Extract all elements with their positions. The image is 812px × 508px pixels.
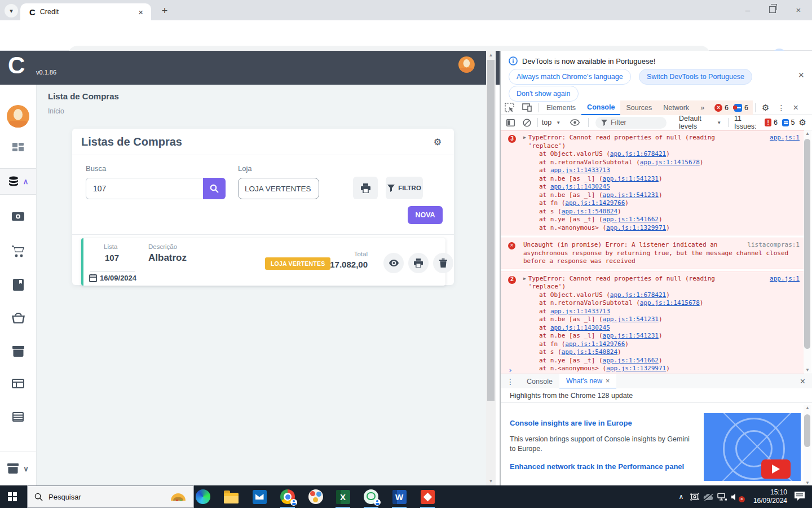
scroll-down-icon[interactable]: ▼ — [804, 367, 811, 373]
taskbar-clock[interactable]: 15:10 16/09/2024 — [745, 485, 787, 508]
taskbar-app-excel[interactable]: X — [329, 485, 356, 508]
source-link[interactable]: app.js:1:1329971 — [606, 224, 666, 231]
console-error[interactable]: 3 app.js:1 ▶TypeError: Cannot read prope… — [501, 130, 804, 235]
scrollbar-thumb[interactable] — [487, 60, 495, 401]
tab-elements[interactable]: Elements — [541, 100, 581, 115]
app-logo[interactable]: C — [8, 52, 25, 79]
start-button[interactable] — [8, 492, 17, 501]
whats-new-link-1[interactable]: Console insights are live in Europe — [510, 419, 696, 427]
always-match-language-button[interactable]: Always match Chrome's language — [509, 69, 631, 85]
source-link[interactable]: app.js:1:541662 — [603, 357, 659, 364]
card-settings-button[interactable]: ⚙ — [429, 133, 446, 150]
breadcrumb[interactable]: Início — [48, 107, 64, 115]
taskbar-search[interactable]: Pesquisar — [27, 485, 194, 508]
devtools-close-icon[interactable]: × — [789, 103, 802, 113]
sidebar-item-movimentacoes[interactable]: ∧ — [0, 168, 36, 195]
source-link[interactable]: app.js:1:1429766 — [565, 340, 625, 348]
infobar-close-icon[interactable]: × — [798, 69, 804, 81]
source-link[interactable]: app.js:1:540824 — [562, 348, 617, 356]
tab-search-button[interactable]: ▾ — [5, 4, 18, 17]
source-link[interactable]: app.js:1:1430245 — [550, 183, 610, 190]
switch-to-portuguese-button[interactable]: Switch DevTools to Portuguese — [639, 69, 752, 85]
issues-label[interactable]: 11 Issues: — [734, 115, 760, 130]
whats-new-link-2[interactable]: Enhanced network track in the Performanc… — [510, 462, 701, 471]
tab-close-icon[interactable]: × — [136, 7, 145, 17]
window-close-button[interactable]: × — [786, 0, 811, 19]
delete-button[interactable] — [433, 253, 453, 273]
scroll-up-icon[interactable]: ▲ — [804, 405, 811, 410]
tray-chevron-up-icon[interactable]: ∧ — [674, 493, 688, 501]
sidebar-item-dashboard[interactable] — [0, 142, 36, 154]
onedrive-offline-icon[interactable] — [701, 493, 715, 501]
scroll-up-icon[interactable]: ▲ — [804, 131, 811, 136]
taskbar-app-chrome[interactable] — [274, 485, 301, 508]
console-filter-input[interactable]: Filter — [595, 117, 667, 129]
expand-arrow-icon[interactable]: ▶ — [523, 134, 526, 142]
browser-tab[interactable]: C Credit × — [20, 3, 151, 20]
page-scrollbar[interactable]: ▲ ▼ — [486, 51, 496, 485]
source-link[interactable]: app.js:1:1430245 — [550, 324, 610, 331]
close-tab-icon[interactable]: × — [606, 377, 610, 385]
drawer-kebab-icon[interactable]: ⋮ — [501, 377, 520, 386]
sidebar-item-cart[interactable] — [0, 246, 36, 257]
issues-badge-icon[interactable] — [734, 104, 742, 112]
expand-arrow-icon[interactable]: ▶ — [523, 275, 526, 283]
view-button[interactable] — [383, 253, 404, 273]
sidebar-item-drawer[interactable]: ∨ — [0, 452, 36, 485]
source-link[interactable]: app.js:1:541231 — [603, 332, 659, 339]
source-link[interactable]: app.js:1 — [770, 134, 800, 142]
devtools-settings-button[interactable]: ⚙ — [758, 103, 773, 113]
sidebar-item-basket[interactable] — [0, 313, 36, 323]
console-scrollbar[interactable]: ▲ ▼ — [804, 131, 811, 373]
source-link[interactable]: listacompras:1 — [747, 241, 800, 249]
list-row[interactable]: Lista 107 Descrição Albatroz LOJA VERTEN… — [81, 238, 445, 286]
tab-network[interactable]: Network — [657, 100, 695, 115]
console-settings-gear-icon[interactable]: ⚙ — [795, 117, 812, 128]
scroll-up-icon[interactable]: ▲ — [486, 52, 496, 58]
sidebar-avatar[interactable] — [0, 105, 36, 128]
source-link[interactable]: app.js:1:541231 — [603, 175, 659, 182]
drawer-close-icon[interactable]: × — [800, 376, 812, 387]
scrollbar-thumb[interactable] — [804, 139, 810, 349]
drawer-tab-whats-new[interactable]: What's new × — [559, 374, 617, 389]
source-link[interactable]: app.js:1:541231 — [603, 191, 659, 199]
dont-show-again-button[interactable]: Don't show again — [509, 86, 579, 102]
more-tabs-icon[interactable]: » — [695, 100, 710, 115]
notification-center-button[interactable] — [794, 491, 805, 503]
whats-new-video-thumbnail[interactable] — [704, 413, 801, 481]
busca-input[interactable] — [86, 178, 203, 199]
network-icon[interactable] — [715, 493, 729, 501]
nova-button[interactable]: NOVA — [408, 206, 443, 224]
inspect-element-button[interactable] — [501, 103, 518, 112]
volume-muted-icon[interactable] — [729, 493, 742, 501]
sidebar-item-list[interactable] — [0, 412, 36, 422]
devtools-kebab-icon[interactable]: ⋮ — [773, 103, 789, 112]
source-link[interactable]: app.js:1:1415678 — [640, 159, 700, 166]
source-link[interactable]: app.js:1:678421 — [610, 291, 666, 299]
source-link[interactable]: app.js:1:541662 — [603, 216, 659, 223]
taskbar-app-word[interactable]: W — [386, 485, 413, 508]
tab-console[interactable]: Console — [581, 100, 620, 115]
search-button[interactable] — [203, 178, 226, 199]
console-error[interactable]: 2 app.js:1 ▶TypeError: Cannot read prope… — [501, 271, 804, 376]
console-error[interactable]: × listacompras:1 Uncaught (in promise) E… — [501, 238, 804, 269]
source-link[interactable]: app.js:1:1433713 — [550, 308, 610, 315]
taskbar-app-explorer[interactable] — [218, 485, 245, 508]
sidebar-item-cash[interactable] — [0, 212, 36, 221]
new-tab-button[interactable]: + — [158, 4, 171, 17]
console-prompt-icon[interactable]: › — [508, 366, 513, 374]
user-avatar[interactable] — [458, 56, 475, 73]
sidebar-item-book[interactable] — [0, 279, 36, 291]
drawer-tab-console[interactable]: Console — [520, 374, 559, 389]
filtro-button[interactable]: FILTRO — [386, 177, 423, 199]
console-sidebar-toggle-icon[interactable] — [501, 119, 519, 126]
source-link[interactable]: app.js:1:1415678 — [640, 299, 700, 306]
tab-sources[interactable]: Sources — [620, 100, 657, 115]
sidebar-item-archive[interactable] — [0, 346, 36, 357]
scroll-down-icon[interactable]: ▼ — [486, 479, 496, 484]
context-selector[interactable]: top — [540, 119, 553, 126]
log-levels-selector[interactable]: Default levels — [679, 115, 714, 130]
source-link[interactable]: app.js:1:1433713 — [550, 167, 610, 174]
clear-console-button[interactable] — [519, 119, 535, 127]
scrollbar-thumb[interactable] — [804, 414, 810, 447]
